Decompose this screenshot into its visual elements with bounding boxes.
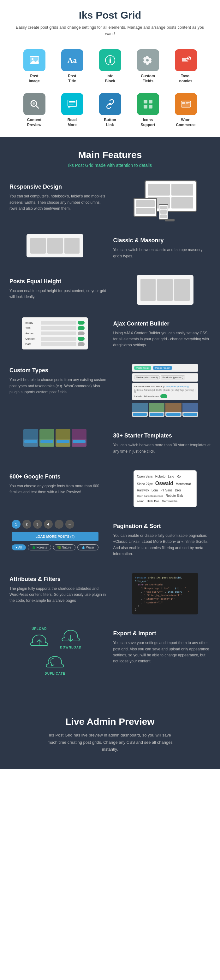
- read-more-icon: [61, 93, 83, 115]
- svg-rect-25: [186, 105, 188, 105]
- svg-rect-13: [69, 101, 75, 102]
- filter-tag-nature[interactable]: 🌿 Nature: [53, 544, 75, 550]
- feature-google-fonts-text: 600+ Google Fonts You can choose any goo…: [6, 470, 110, 498]
- svg-point-2: [32, 58, 33, 60]
- page-num-next[interactable]: →: [65, 520, 74, 529]
- svg-rect-18: [143, 105, 147, 108]
- feature-equal-height-visual: [116, 275, 214, 305]
- svg-rect-22: [182, 102, 185, 104]
- feature-equal-height-desc: You can enable equal height for post con…: [10, 288, 107, 300]
- icon-item-content-preview: ContentPreview: [17, 93, 52, 127]
- filter-tag-all[interactable]: ● All: [12, 544, 26, 550]
- info-block-icon: [99, 49, 121, 71]
- content-preview-icon: [23, 93, 45, 115]
- feature-attributes-visual: function print_iks_post_grid($id, $tax_q…: [116, 573, 214, 615]
- feature-ajax: Ajax Content Builder Using AJAX Content …: [6, 317, 214, 352]
- icon-item-post-title: Aa PostTitle: [55, 49, 90, 84]
- post-image-label: PostImage: [29, 74, 40, 84]
- feature-export-visual: UPLOAD DOWNLOAD: [6, 627, 104, 675]
- feature-equal-height-title: Posts Equal Height: [10, 278, 107, 285]
- feature-custom-types-text: Custom Types You will be able to choose …: [6, 364, 110, 398]
- filter-tag-water[interactable]: 💧 Water: [77, 544, 99, 550]
- taxonomies-icon: [175, 49, 197, 71]
- feature-equal-height-text: Posts Equal Height You can enable equal …: [6, 275, 110, 303]
- icon-item-read-more: ReadMore: [55, 93, 90, 127]
- icon-item-taxonomies: Taxo-nomies: [169, 49, 203, 84]
- feature-responsive-visual: [116, 180, 214, 221]
- feature-masonry-title: Classic & Masonry: [113, 237, 211, 244]
- page-num-1[interactable]: 1: [12, 520, 21, 529]
- feature-export-title: Export & Import: [113, 630, 211, 637]
- info-block-label: InfoBlock: [105, 74, 115, 84]
- post-title-label: PostTitle: [68, 74, 76, 84]
- icons-support-label: IconsSupport: [141, 118, 155, 127]
- feature-ajax-visual: Image Title Author Content: [6, 317, 104, 350]
- icon-item-icons-support: IconsSupport: [131, 93, 166, 127]
- feature-responsive-desc: You can set computer's, notebook's, tabl…: [10, 193, 107, 212]
- svg-line-9: [36, 105, 38, 108]
- svg-rect-14: [69, 102, 75, 103]
- icon-item-post-image: PostImage: [17, 49, 52, 84]
- main-features-subtitle: Iks Post Grid made with attention to det…: [6, 163, 214, 168]
- icon-grid-1: PostImage Aa PostTitle InfoBlock: [6, 43, 214, 87]
- post-image-icon: [23, 49, 45, 71]
- feature-templates-title: 30+ Starter Templates: [113, 433, 211, 439]
- feature-ajax-text: Ajax Content Builder Using AJAX Content …: [110, 317, 214, 352]
- feature-google-fonts: 600+ Google Fonts You can choose any goo…: [6, 470, 214, 507]
- page-num-4[interactable]: 4: [44, 520, 53, 529]
- feature-pagination: Pagination & Sort You can enable or disa…: [6, 520, 214, 560]
- svg-rect-19: [149, 105, 153, 108]
- feature-custom-types-desc: You will be able to choose posts from an…: [10, 377, 107, 395]
- taxonomies-label: Taxo-nomies: [179, 74, 192, 84]
- feature-templates: 30+ Starter Templates You can switch bet…: [6, 429, 214, 457]
- icon-item-custom-fields: CustomFields: [131, 49, 166, 84]
- icon-item-info-block: InfoBlock: [93, 49, 128, 84]
- load-more-button[interactable]: LOAD MORE POSTS (4): [12, 532, 99, 541]
- feature-masonry-visual: [6, 234, 104, 258]
- feature-masonry-desc: You can switch between classic and Isoto…: [113, 247, 211, 259]
- main-features-section: Main Features Iks Post Grid made with at…: [0, 137, 220, 700]
- filter-tag-forests[interactable]: 🌲 Forests: [28, 544, 51, 550]
- page-num-dots: ...: [54, 520, 64, 529]
- svg-rect-23: [186, 102, 190, 103]
- feature-templates-desc: You can switch between more than 30 star…: [113, 442, 211, 454]
- feature-attributes-text: Attributes & Filters The plugin fully su…: [6, 573, 110, 607]
- woocommerce-label: Woo-Commerce: [176, 118, 195, 127]
- icon-row-1: PostImage Aa PostTitle InfoBlock: [0, 43, 220, 137]
- feature-custom-types: Custom Types You will be able to choose …: [6, 364, 214, 417]
- feature-ajax-desc: Using AJAX Content Builder you can easil…: [113, 330, 211, 348]
- feature-export-desc: You can save your settings and import th…: [113, 640, 211, 664]
- live-admin-section: Live Admin Preview Iks Post Grid has liv…: [0, 700, 220, 768]
- page-num-2[interactable]: 2: [22, 520, 31, 529]
- feature-pagination-desc: You can enable or disable fully customiz…: [113, 533, 211, 557]
- feature-custom-types-visual: Posts (post) Pages (page) Media (attachm…: [116, 364, 214, 417]
- button-link-icon: [99, 93, 121, 115]
- feature-attributes: Attributes & Filters The plugin fully su…: [6, 573, 214, 615]
- svg-rect-15: [69, 104, 73, 104]
- feature-templates-visual: [6, 429, 104, 447]
- page-num-3[interactable]: 3: [33, 520, 42, 529]
- content-preview-label: ContentPreview: [27, 118, 41, 127]
- live-admin-desc: Iks Post Grid has live preview in admin …: [47, 732, 173, 752]
- feature-google-fonts-desc: You can choose any google fonts from mor…: [10, 483, 107, 495]
- feature-google-fonts-visual: Open SansRobotoLatoRo Slabo 27pxOswaldMo…: [116, 470, 214, 507]
- svg-point-10: [32, 102, 35, 105]
- feature-export: Export & Import You can save your settin…: [6, 627, 214, 675]
- feature-equal-height: Posts Equal Height You can enable equal …: [6, 275, 214, 305]
- live-admin-title: Live Admin Preview: [13, 716, 207, 727]
- page-title: Iks Post Grid: [13, 10, 207, 21]
- feature-responsive-title: Responsive Design: [10, 184, 107, 190]
- feature-custom-types-title: Custom Types: [10, 367, 107, 374]
- feature-masonry: Classic & Masonry You can switch between…: [6, 234, 214, 262]
- feature-ajax-title: Ajax Content Builder: [113, 320, 211, 327]
- feature-templates-text: 30+ Starter Templates You can switch bet…: [110, 429, 214, 457]
- woocommerce-icon: [175, 93, 197, 115]
- header-description: Easily create post grids and change sett…: [13, 24, 207, 37]
- feature-pagination-title: Pagination & Sort: [113, 523, 211, 530]
- feature-attributes-desc: The plugin fully supports the shortcode …: [10, 586, 107, 604]
- read-more-label: ReadMore: [67, 118, 77, 127]
- icon-grid-2: ContentPreview ReadMore But: [6, 87, 214, 130]
- post-title-icon: Aa: [61, 49, 83, 71]
- feature-attributes-title: Attributes & Filters: [10, 576, 107, 582]
- svg-rect-24: [186, 103, 188, 104]
